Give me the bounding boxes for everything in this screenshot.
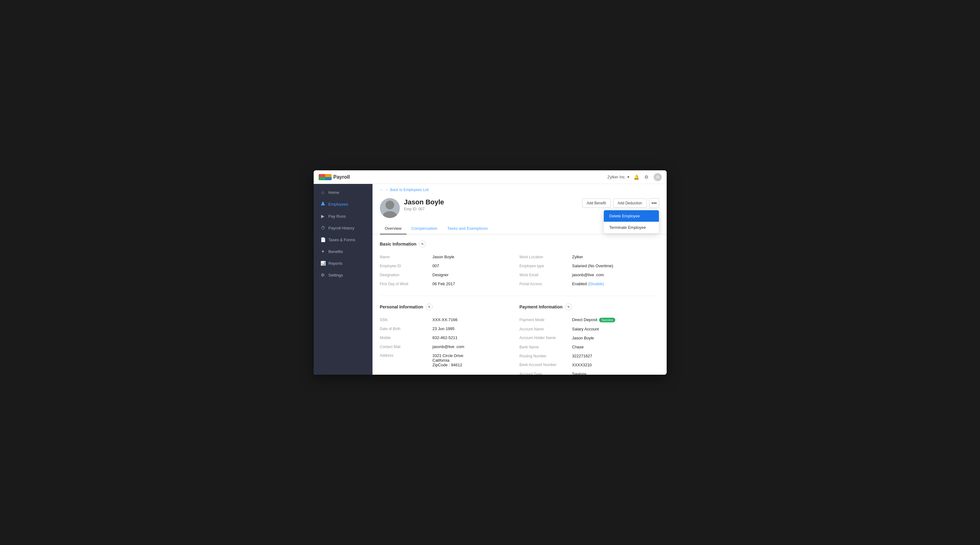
personal-info-edit-button[interactable]: ✎ bbox=[426, 303, 433, 310]
employee-avatar bbox=[380, 198, 400, 218]
sidebar-item-label: Settings bbox=[329, 273, 343, 277]
svg-point-2 bbox=[385, 201, 394, 209]
info-row-emp-type: Employee type Salaried (No Overtime) bbox=[520, 261, 659, 270]
sidebar-item-taxes-forms[interactable]: 📄 Taxes & Forms bbox=[315, 234, 371, 245]
info-row-mobile: Mobile 832-462-5211 bbox=[380, 333, 520, 342]
sidebar-item-home[interactable]: ⌂ Home bbox=[315, 187, 371, 198]
more-options-button[interactable]: ••• bbox=[649, 198, 659, 208]
disable-portal-link[interactable]: (Disable) bbox=[588, 282, 604, 286]
content-inner: ← ← Back to Employees List Jason Boyle bbox=[372, 184, 667, 374]
basic-info-grid: Name Jason Boyle Employee ID 007 Designa… bbox=[380, 252, 659, 288]
personal-info-column: Personal Information ✎ SSN XXX-XX-7166 D… bbox=[380, 303, 520, 374]
personal-payment-section: Personal Information ✎ SSN XXX-XX-7166 D… bbox=[372, 297, 667, 374]
sidebar-item-label: Reports bbox=[329, 261, 343, 266]
basic-info-section: Basic Information ✎ Name Jason Boyle Emp… bbox=[372, 234, 667, 295]
personal-info-title: Personal Information ✎ bbox=[380, 303, 520, 310]
sidebar-item-label: Employees bbox=[329, 202, 348, 207]
avatar-label: JB bbox=[655, 175, 660, 179]
info-row-bank-account-number: Bank Account Number XXXX3210 bbox=[520, 360, 659, 370]
info-row-name: Name Jason Boyle bbox=[380, 252, 520, 261]
tab-taxes[interactable]: Taxes and Exemptions bbox=[442, 223, 493, 234]
employee-dropdown-menu: Delete Employee Terminate Employee bbox=[603, 210, 659, 233]
sidebar-item-label: Benefits bbox=[329, 249, 343, 254]
company-dropdown-icon: ▾ bbox=[627, 175, 630, 179]
main-layout: ⌂ Home Employees ▶ Pay Runs ⏱ Payroll Hi… bbox=[313, 184, 667, 374]
basic-info-right: Work Location Zylker Employee type Salar… bbox=[520, 252, 659, 288]
employee-header: Jason Boyle Emp ID: 007 Add Benefit Add … bbox=[372, 194, 667, 223]
sidebar-item-payruns[interactable]: ▶ Pay Runs bbox=[315, 210, 371, 222]
sidebar-item-employees[interactable]: Employees bbox=[315, 199, 371, 210]
payment-info-title: Payment Information ✎ bbox=[520, 303, 659, 310]
info-row-dob: Date of Birth 23 Jun 1995 bbox=[380, 324, 520, 333]
terminate-employee-option[interactable]: Terminate Employee bbox=[604, 222, 659, 233]
sidebar-item-benefits[interactable]: ✦ Benefits bbox=[315, 246, 371, 257]
benefits-icon: ✦ bbox=[320, 249, 325, 254]
basic-info-left: Name Jason Boyle Employee ID 007 Designa… bbox=[380, 252, 520, 288]
info-row-routing-number: Routing Number 322271627 bbox=[520, 351, 659, 360]
sidebar-item-label: Taxes & Forms bbox=[329, 237, 355, 242]
info-row-designation: Designation Designer bbox=[380, 270, 520, 279]
payment-info-fields: Payment Mode Direct DepositSuccess Accou… bbox=[520, 315, 659, 374]
settings-sidebar-icon: ⚙ bbox=[320, 272, 325, 277]
info-row-account-holder: Account Holder Name Jason Boyle bbox=[520, 333, 659, 343]
employee-actions: Add Benefit Add Deduction ••• Delete Emp… bbox=[582, 198, 659, 208]
info-row-address: Address 3321 Circle DriveCaliforniaZipCo… bbox=[380, 351, 520, 370]
info-row-ssn: SSN XXX-XX-7166 bbox=[380, 315, 520, 324]
home-icon: ⌂ bbox=[320, 190, 325, 195]
sidebar-item-reports[interactable]: 📊 Reports bbox=[315, 258, 371, 269]
info-row-payment-mode: Payment Mode Direct DepositSuccess bbox=[520, 315, 659, 325]
employee-id: Emp ID: 007 bbox=[404, 207, 582, 211]
topbar: Payroll Zylker Inc. ▾ 🔔 ⚙ JB bbox=[313, 171, 667, 184]
payment-info-column: Payment Information ✎ Payment Mode Direc… bbox=[520, 303, 659, 374]
tab-compensation[interactable]: Compensation bbox=[407, 223, 442, 234]
tab-overview[interactable]: Overview bbox=[380, 223, 407, 234]
info-row-empid: Employee ID 007 bbox=[380, 261, 520, 270]
basic-info-title: Basic Information ✎ bbox=[380, 241, 659, 247]
payroll-history-icon: ⏱ bbox=[320, 225, 325, 230]
payment-info-edit-button[interactable]: ✎ bbox=[565, 303, 572, 310]
info-row-bank-name: Bank Name Chase bbox=[520, 343, 659, 351]
notification-icon[interactable]: 🔔 bbox=[634, 174, 640, 180]
info-row-portal-access: Portal Access Enabled (Disable) bbox=[520, 279, 659, 288]
avatar[interactable]: JB bbox=[654, 173, 662, 181]
delete-employee-option[interactable]: Delete Employee bbox=[604, 210, 659, 222]
info-row-first-day: First Day of Work 06 Feb 2017 bbox=[380, 279, 520, 288]
add-deduction-button[interactable]: Add Deduction bbox=[613, 199, 647, 208]
company-name: Zylker Inc. bbox=[608, 175, 626, 179]
info-row-account-name: Account Name Salary Account bbox=[520, 325, 659, 333]
company-selector[interactable]: Zylker Inc. ▾ bbox=[608, 175, 630, 179]
info-row-contact-mail: Contact Mail jasonb@live .com bbox=[380, 342, 520, 351]
info-row-work-location: Work Location Zylker bbox=[520, 252, 659, 261]
sidebar-item-settings[interactable]: ⚙ Settings bbox=[315, 269, 371, 280]
payruns-icon: ▶ bbox=[320, 214, 325, 218]
breadcrumb-text: ← Back to Employees List bbox=[385, 188, 429, 192]
zoho-logo-icon bbox=[319, 174, 332, 180]
sidebar: ⌂ Home Employees ▶ Pay Runs ⏱ Payroll Hi… bbox=[313, 184, 372, 374]
content-area: ← ← Back to Employees List Jason Boyle bbox=[372, 184, 667, 374]
reports-icon: 📊 bbox=[320, 261, 325, 266]
app-window: Payroll Zylker Inc. ▾ 🔔 ⚙ JB ⌂ Home bbox=[313, 171, 667, 374]
personal-info-fields: SSN XXX-XX-7166 Date of Birth 23 Jun 199… bbox=[380, 315, 520, 370]
employees-icon bbox=[320, 202, 325, 207]
section-divider bbox=[380, 296, 659, 296]
breadcrumb[interactable]: ← ← Back to Employees List bbox=[372, 184, 667, 194]
sidebar-item-label: Pay Runs bbox=[329, 214, 346, 218]
topbar-right: Zylker Inc. ▾ 🔔 ⚙ JB bbox=[608, 173, 662, 181]
sidebar-item-label: Payroll History bbox=[329, 226, 355, 230]
add-benefit-button[interactable]: Add Benefit bbox=[582, 199, 611, 208]
payment-status-badge: Success bbox=[599, 318, 615, 322]
settings-icon[interactable]: ⚙ bbox=[644, 174, 649, 180]
employee-info: Jason Boyle Emp ID: 007 bbox=[404, 198, 582, 211]
taxes-forms-icon: 📄 bbox=[320, 237, 325, 242]
app-logo: Payroll bbox=[319, 174, 350, 180]
basic-info-edit-button[interactable]: ✎ bbox=[419, 241, 426, 247]
info-row-work-email: Work Email jasonb@live .com bbox=[520, 270, 659, 279]
employee-name: Jason Boyle bbox=[404, 198, 582, 206]
back-arrow-icon: ← bbox=[380, 188, 383, 192]
more-dots-icon: ••• bbox=[651, 200, 657, 206]
app-title: Payroll bbox=[334, 174, 350, 180]
sidebar-item-payroll-history[interactable]: ⏱ Payroll History bbox=[315, 222, 371, 233]
sidebar-item-label: Home bbox=[329, 190, 339, 195]
info-row-account-type: Account Type Savings bbox=[520, 370, 659, 374]
